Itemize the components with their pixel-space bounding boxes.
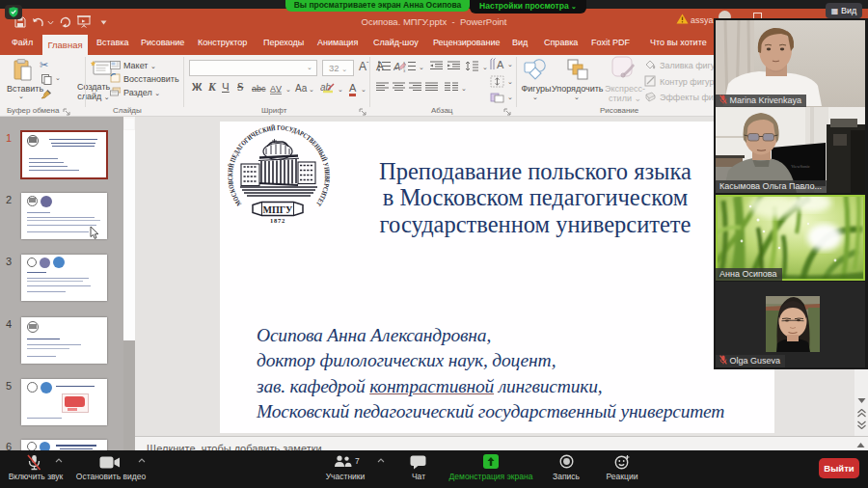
svg-text:A: A [497,59,504,70]
svg-text:3: 3 [403,68,406,73]
svg-text:МПГУ: МПГУ [263,204,294,215]
svg-text:ViewSonic: ViewSonic [791,164,810,169]
svg-text:1872: 1872 [270,217,285,224]
